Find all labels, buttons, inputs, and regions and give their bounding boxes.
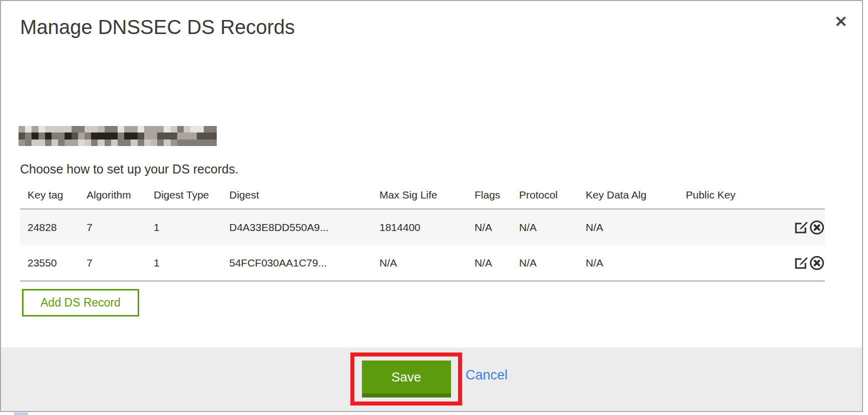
close-icon[interactable]: ✕ — [830, 11, 852, 33]
save-button[interactable]: Save — [362, 360, 451, 398]
cell-digest-type: 1 — [146, 209, 222, 245]
cell-key-data-alg: N/A — [578, 209, 678, 245]
table-row: 24828 7 1 D4A33E8DD550A9... 1814400 N/A … — [20, 209, 825, 245]
cancel-link[interactable]: Cancel — [466, 368, 508, 383]
cell-key-tag: 24828 — [20, 209, 79, 245]
cell-key-tag: 23550 — [20, 245, 79, 281]
column-header-max-sig-life: Max Sig Life — [372, 183, 467, 209]
row-actions — [771, 245, 825, 281]
redacted-domain-name — [19, 126, 217, 146]
cell-digest: D4A33E8DD550A9... — [222, 209, 372, 245]
cell-max-sig-life: 1814400 — [372, 209, 467, 245]
column-header-protocol: Protocol — [512, 183, 578, 209]
column-header-actions — [771, 183, 825, 209]
cell-public-key — [678, 209, 771, 245]
table-header-row: Key tag Algorithm Digest Type Digest Max… — [20, 183, 825, 209]
cell-key-data-alg: N/A — [578, 245, 678, 281]
cell-protocol: N/A — [512, 209, 578, 245]
column-header-key-data-alg: Key Data Alg — [578, 183, 678, 209]
page: Manage DNSSEC DS Records ✕ Choose how to… — [0, 0, 868, 415]
cell-flags: N/A — [467, 209, 512, 245]
footer-bar: Save Cancel — [1, 348, 862, 411]
delete-icon[interactable] — [809, 220, 825, 236]
modal-title: Manage DNSSEC DS Records — [20, 16, 295, 38]
column-header-flags: Flags — [467, 183, 512, 209]
edit-icon[interactable] — [793, 255, 809, 271]
cell-public-key — [678, 245, 771, 281]
cell-digest: 54FCF030AA1C79... — [222, 245, 372, 281]
cell-digest-type: 1 — [146, 245, 222, 281]
column-header-algorithm: Algorithm — [79, 183, 146, 209]
column-header-digest-type: Digest Type — [146, 183, 222, 209]
cell-protocol: N/A — [512, 245, 578, 281]
edit-icon[interactable] — [793, 220, 809, 236]
cell-flags: N/A — [467, 245, 512, 281]
delete-icon[interactable] — [809, 255, 825, 271]
manage-dnssec-modal: Manage DNSSEC DS Records ✕ Choose how to… — [0, 0, 863, 412]
cell-algorithm: 7 — [79, 209, 146, 245]
cell-max-sig-life: N/A — [372, 245, 467, 281]
add-ds-record-button[interactable]: Add DS Record — [22, 289, 139, 316]
column-header-key-tag: Key tag — [20, 183, 79, 209]
column-header-public-key: Public Key — [678, 183, 771, 209]
red-annotation-box: Save — [350, 352, 462, 406]
table-row: 23550 7 1 54FCF030AA1C79... N/A N/A N/A … — [20, 245, 825, 281]
column-header-digest: Digest — [222, 183, 372, 209]
row-actions — [771, 209, 825, 245]
instruction-text: Choose how to set up your DS records. — [20, 162, 238, 176]
background-artifact — [14, 412, 28, 415]
ds-records-table: Key tag Algorithm Digest Type Digest Max… — [20, 183, 825, 282]
cell-algorithm: 7 — [79, 245, 146, 281]
